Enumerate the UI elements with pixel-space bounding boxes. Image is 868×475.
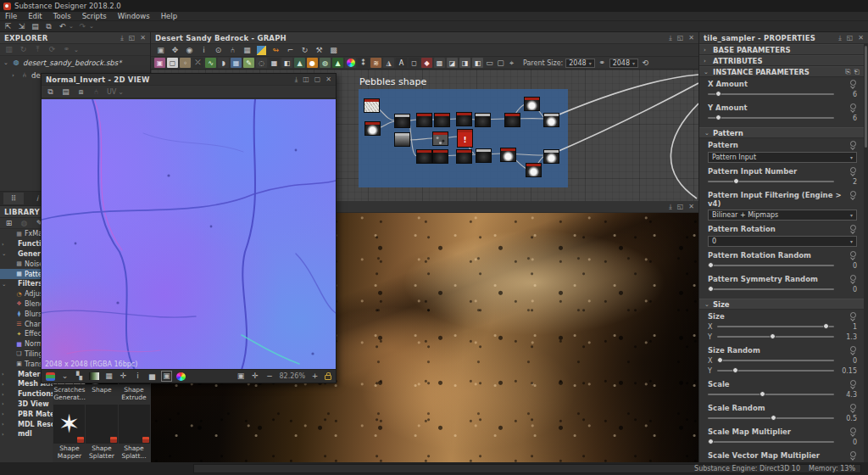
slider-track[interactable]	[708, 265, 834, 266]
float-panel-icon[interactable]: ⤓	[295, 75, 298, 84]
slider-track[interactable]	[708, 417, 834, 419]
open-icon[interactable]: ▤	[31, 22, 40, 31]
tree-arrow-icon[interactable]: ⌄	[2, 281, 7, 288]
channel-shuffle-node-icon[interactable]: ⤫	[192, 58, 203, 68]
scrollbar-thumb[interactable]	[865, 46, 867, 148]
explorer-root-item[interactable]: ⌄ ◍ desert_sandy_bedrock.sbs*	[0, 56, 150, 69]
function-button[interactable]	[849, 191, 857, 200]
frame-create-icon[interactable]: ▢	[496, 59, 505, 68]
split-panel-icon[interactable]: ◫	[303, 75, 309, 83]
export-image-icon[interactable]: ⧉	[46, 87, 55, 97]
crop-node-icon[interactable]: ◻	[409, 58, 420, 68]
function-button[interactable]	[849, 312, 857, 321]
close-panel-icon[interactable]: ✕	[326, 75, 331, 83]
curve-node-icon[interactable]: ∿	[205, 58, 216, 68]
graph-node-19[interactable]	[526, 164, 541, 176]
view2d-window[interactable]: Normal_Invert - 2D VIEW ⤓◫▢✕ ⧉▤⧈⑃UV⌄	[41, 73, 337, 383]
search-icon[interactable]: ⊙	[214, 46, 223, 55]
float-panel-icon[interactable]: ⤓	[120, 34, 124, 42]
function-button[interactable]	[849, 380, 857, 389]
svg-node-icon[interactable]	[345, 58, 356, 68]
graph-node-2[interactable]	[365, 122, 380, 135]
tools-icon[interactable]: ⚒	[314, 46, 324, 55]
tree-arrow-icon[interactable]: ›	[2, 391, 7, 398]
connect-nodes-icon[interactable]: ↬	[271, 46, 281, 55]
frame-all-icon[interactable]: ▣	[156, 46, 165, 55]
slider-track[interactable]	[708, 441, 834, 443]
menu-tools[interactable]: Tools	[53, 12, 71, 20]
grayscale-node-icon[interactable]: ◌	[256, 58, 267, 68]
slider-track[interactable]	[708, 181, 834, 182]
picker-icon[interactable]: ✛	[119, 372, 128, 381]
maximize-panel-icon[interactable]: ▢	[314, 75, 321, 83]
dropdown-pattern-rotation[interactable]: 0▾	[708, 236, 857, 247]
library-item-pbr-materials[interactable]: ›PBR Materials	[0, 409, 53, 419]
splatter-node-icon[interactable]: ◪	[447, 58, 458, 68]
pan-view-icon[interactable]: ✥	[170, 46, 180, 55]
dock-panel-icon[interactable]: ◱	[677, 34, 684, 42]
graph-node-13[interactable]	[544, 114, 559, 126]
reset-size-icon[interactable]: ⟲	[641, 59, 650, 68]
gradient-display-icon[interactable]	[89, 372, 99, 380]
slider-track[interactable]	[717, 360, 834, 361]
graph-node-5[interactable]	[435, 114, 449, 126]
dock-panel-icon[interactable]: ◱	[847, 34, 854, 42]
graph-node-14[interactable]	[417, 150, 431, 163]
graph-node-8[interactable]	[457, 113, 471, 126]
thumbnail-shape-splatter[interactable]	[86, 405, 117, 444]
expand-arrow-icon[interactable]: ›	[12, 72, 18, 79]
elbow-links-icon[interactable]: ⌐	[286, 46, 295, 55]
menu-windows[interactable]: Windows	[118, 12, 150, 20]
center-view-icon[interactable]: ✛	[250, 372, 259, 381]
color-profile-icon[interactable]	[176, 372, 186, 381]
fit-view-icon[interactable]: ▣	[236, 372, 245, 381]
graph-node-11[interactable]	[505, 114, 520, 126]
function-button[interactable]	[849, 80, 857, 89]
graph-node-16[interactable]	[457, 150, 471, 163]
link-size-icon[interactable]: ⚭	[598, 59, 607, 68]
function-button[interactable]	[849, 451, 857, 461]
save-image-icon[interactable]: ▤	[61, 87, 70, 97]
pin-note-icon[interactable]: ⌖	[507, 59, 516, 68]
mask-node-icon[interactable]: ◨	[459, 58, 470, 68]
dropdown-pattern[interactable]: Pattern Input▾	[708, 152, 857, 163]
close-panel-icon[interactable]: ✕	[858, 34, 864, 42]
export-link-icon[interactable]: ⇲	[17, 22, 26, 31]
transform-node-icon[interactable]: ◍	[320, 58, 331, 68]
distance-node-icon[interactable]: ▦	[231, 58, 242, 68]
float-panel-icon[interactable]: ⤓	[669, 203, 672, 211]
properties-scrollbar[interactable]	[864, 44, 868, 462]
explorer-tree-tab-icon[interactable]: ⠿	[3, 193, 24, 204]
slider-handle[interactable]	[732, 367, 738, 373]
comment-icon[interactable]: ▭	[485, 59, 494, 68]
link-icon-chevron[interactable]: ⌄	[74, 47, 79, 53]
menu-scripts[interactable]: Scripts	[82, 12, 107, 20]
graph-node-10[interactable]: !	[458, 130, 472, 147]
new-library-filter-icon[interactable]: ⊞	[4, 219, 14, 228]
function-button[interactable]	[849, 346, 857, 355]
function-button[interactable]	[849, 428, 857, 437]
normal-node-icon[interactable]: ▲	[294, 58, 305, 68]
text-node-icon[interactable]: ⁑	[358, 58, 369, 68]
view2d-header[interactable]: Normal_Invert - 2D VIEW ⤓◫▢✕	[42, 74, 336, 86]
tree-arrow-icon[interactable]: ⌄	[2, 250, 7, 257]
link-views-icon[interactable]: ⑃	[228, 46, 237, 55]
tree-arrow-icon[interactable]: ›	[2, 371, 7, 377]
float-panel-icon[interactable]: ⤓	[838, 34, 842, 42]
redo-icon-chevron[interactable]: ⌄	[89, 23, 94, 30]
tree-arrow-icon[interactable]: ›	[2, 241, 7, 248]
normal-map-image[interactable]: 2048 x 2048 (RGBA 16bpc)	[42, 99, 336, 370]
section-header-instance-parameters[interactable]: ⌄INSTANCE PARAMETERS⎘⎗	[699, 66, 864, 77]
tree-arrow-icon[interactable]: ›	[2, 400, 7, 407]
sharpen-node-icon[interactable]: ●	[307, 58, 318, 68]
library-item-mdl-resour-[interactable]: ›MDL Resour...	[0, 419, 53, 429]
graph-node-7[interactable]	[433, 132, 448, 145]
warp-node-icon[interactable]: ≋	[370, 58, 381, 68]
tree-arrow-icon[interactable]: ›	[2, 411, 7, 417]
zoom-in-button[interactable]: +	[310, 372, 320, 381]
paint-node-icon[interactable]: ◆	[421, 58, 432, 68]
menu-file[interactable]: File	[5, 12, 17, 20]
dock-panel-icon[interactable]: ◱	[129, 34, 136, 42]
zoom-out-button[interactable]: −	[264, 372, 274, 381]
import-link-icon[interactable]: ⇱	[3, 22, 13, 31]
